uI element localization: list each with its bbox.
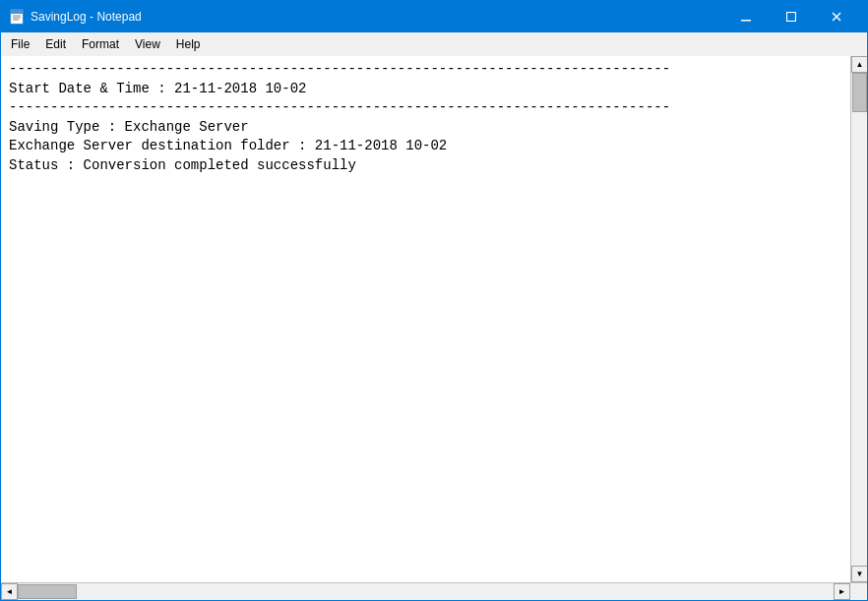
bottom-bar: ◄ ► bbox=[1, 582, 867, 600]
vertical-scrollbar[interactable]: ▲ ▼ bbox=[850, 56, 867, 582]
scroll-thumb-horizontal[interactable] bbox=[18, 584, 77, 599]
app-icon bbox=[9, 9, 25, 25]
svg-rect-5 bbox=[741, 20, 751, 22]
notepad-window: SavingLog - Notepad File Edit bbox=[0, 0, 868, 601]
svg-rect-6 bbox=[787, 13, 796, 22]
menu-file[interactable]: File bbox=[3, 33, 37, 55]
scroll-down-button[interactable]: ▼ bbox=[851, 566, 867, 582]
horizontal-scrollbar[interactable]: ◄ ► bbox=[1, 583, 850, 600]
content-area: ----------------------------------------… bbox=[1, 56, 867, 582]
scrollbar-corner bbox=[850, 583, 867, 600]
minimize-button[interactable] bbox=[723, 1, 769, 32]
scroll-track-horizontal bbox=[18, 583, 834, 600]
close-button[interactable] bbox=[814, 1, 859, 32]
menu-format[interactable]: Format bbox=[74, 33, 127, 55]
menu-help[interactable]: Help bbox=[168, 33, 209, 55]
menu-bar: File Edit Format View Help bbox=[1, 32, 867, 56]
menu-edit[interactable]: Edit bbox=[37, 33, 74, 55]
title-bar: SavingLog - Notepad bbox=[1, 1, 867, 32]
text-editor[interactable]: ----------------------------------------… bbox=[1, 56, 850, 582]
scroll-track-vertical bbox=[851, 73, 867, 566]
window-title: SavingLog - Notepad bbox=[31, 10, 723, 24]
window-controls bbox=[723, 1, 859, 32]
scroll-right-button[interactable]: ► bbox=[834, 583, 850, 600]
scroll-left-button[interactable]: ◄ bbox=[1, 583, 18, 600]
menu-view[interactable]: View bbox=[127, 33, 168, 55]
svg-rect-1 bbox=[11, 10, 23, 14]
scroll-thumb-vertical[interactable] bbox=[852, 73, 867, 112]
scroll-up-button[interactable]: ▲ bbox=[851, 56, 867, 73]
maximize-button[interactable] bbox=[769, 1, 814, 32]
